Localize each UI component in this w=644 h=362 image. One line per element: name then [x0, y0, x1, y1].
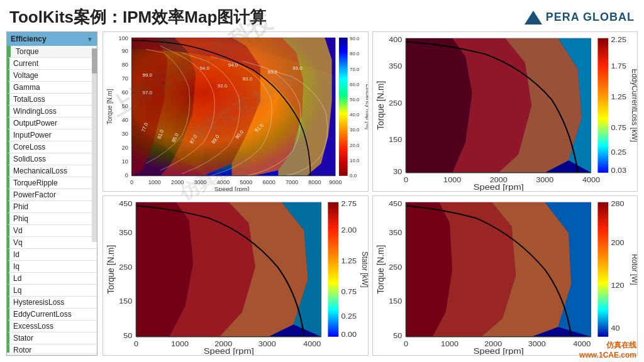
sidebar-item[interactable]: PowerFactor: [7, 189, 97, 201]
sidebar-item[interactable]: TotalLoss: [7, 94, 97, 106]
svg-text:2.75: 2.75: [341, 199, 357, 207]
svg-text:30: 30: [393, 167, 402, 175]
svg-text:60.0: 60.0: [350, 82, 360, 87]
svg-text:1.75: 1.75: [611, 62, 626, 70]
svg-text:Stator [kW]: Stator [kW]: [360, 251, 368, 288]
sidebar-scrollbar[interactable]: [92, 48, 97, 242]
svg-text:350: 350: [389, 229, 402, 237]
svg-text:250: 250: [119, 263, 132, 271]
sidebar-item[interactable]: Phiq: [7, 213, 97, 225]
svg-text:50.0: 50.0: [350, 97, 360, 102]
sidebar-item[interactable]: Lq: [7, 285, 97, 297]
logo-text: PERA GLOBAL: [546, 11, 635, 24]
svg-text:400: 400: [389, 35, 402, 43]
svg-text:Efficiency map [%]: Efficiency map [%]: [365, 84, 367, 129]
main-chart: 上海安世亚太科技: [103, 31, 369, 192]
svg-text:0: 0: [130, 179, 133, 185]
sidebar-scrollbar-thumb: [92, 48, 97, 74]
svg-text:30: 30: [122, 131, 128, 137]
svg-text:94.0: 94.0: [199, 66, 209, 72]
svg-text:1.25: 1.25: [611, 92, 626, 101]
svg-text:20.0: 20.0: [350, 143, 360, 148]
svg-text:10: 10: [122, 158, 128, 165]
svg-text:0: 0: [134, 340, 138, 348]
main-chart-svg: 77.0 81.0 85.0 87.0 89.0 90.0 91.0 92.0 …: [103, 32, 368, 191]
svg-text:0.25: 0.25: [341, 312, 357, 320]
svg-text:0: 0: [125, 172, 128, 178]
svg-text:Speed [rpm]: Speed [rpm]: [473, 182, 523, 191]
svg-text:20: 20: [122, 145, 128, 151]
sidebar-item[interactable]: Iq: [7, 261, 97, 273]
svg-text:90: 90: [122, 48, 128, 54]
svg-text:92.0: 92.0: [218, 83, 228, 89]
svg-text:80: 80: [122, 62, 128, 68]
content-area: Efficiency ▼ TorqueCurrentVoltageGammaTo…: [0, 31, 644, 359]
sidebar-item[interactable]: SolidLoss: [7, 153, 97, 165]
svg-text:120: 120: [611, 281, 624, 289]
sidebar-item[interactable]: Phid: [7, 201, 97, 213]
svg-text:350: 350: [119, 229, 132, 237]
chevron-down-icon: ▼: [87, 36, 93, 43]
sidebar-item[interactable]: Rotor: [7, 344, 97, 353]
sidebar-item[interactable]: HysteresisLoss: [7, 297, 97, 309]
sidebar-item[interactable]: WindingLoss: [7, 106, 97, 118]
eddy-current-svg: 0 1000 2000 3000 4000 Speed [rpm] 30 150…: [373, 32, 638, 191]
svg-text:7000: 7000: [286, 179, 298, 185]
svg-text:70.0: 70.0: [350, 67, 360, 72]
svg-text:93.0: 93.0: [267, 69, 277, 75]
sidebar-item[interactable]: TorqueRipple: [7, 177, 97, 189]
svg-rect-124: [597, 202, 608, 337]
svg-text:Speed [rpm]: Speed [rpm]: [214, 185, 250, 191]
svg-text:450: 450: [119, 199, 132, 207]
svg-text:4000: 4000: [217, 179, 230, 185]
sidebar-header[interactable]: Efficiency ▼: [7, 32, 97, 46]
sidebar-item[interactable]: EddyCurrentLoss: [7, 309, 97, 321]
logo: PERA GLOBAL: [525, 11, 635, 25]
svg-text:93.0: 93.0: [292, 66, 303, 72]
svg-text:90.0: 90.0: [350, 36, 360, 41]
svg-text:350: 350: [389, 62, 402, 70]
svg-text:250: 250: [389, 99, 402, 107]
sidebar: Efficiency ▼ TorqueCurrentVoltageGammaTo…: [6, 31, 97, 356]
sidebar-item[interactable]: Voltage: [7, 70, 97, 82]
sidebar-item[interactable]: Vq: [7, 237, 97, 249]
svg-text:1000: 1000: [171, 340, 189, 348]
stator-chart: 0 1000 2000 3000 4000 Speed [rpm] 50 150…: [103, 195, 369, 356]
sidebar-item[interactable]: Gamma: [7, 82, 97, 94]
footer-line2: www.1CAE.com: [579, 351, 636, 359]
sidebar-item[interactable]: MechanicalLoss: [7, 165, 97, 177]
svg-text:0.25: 0.25: [611, 148, 626, 156]
sidebar-list: TorqueCurrentVoltageGammaTotalLossWindin…: [7, 46, 97, 353]
sidebar-item[interactable]: CoreLoss: [7, 141, 97, 153]
svg-text:50: 50: [123, 331, 132, 339]
svg-text:250: 250: [389, 263, 402, 271]
sidebar-item[interactable]: Id: [7, 249, 97, 261]
svg-text:150: 150: [119, 297, 132, 305]
svg-text:1.25: 1.25: [341, 256, 357, 265]
svg-text:Torque [N.m]: Torque [N.m]: [105, 245, 116, 294]
sidebar-item[interactable]: Current: [7, 58, 97, 70]
svg-text:0.0: 0.0: [350, 173, 357, 178]
svg-text:70: 70: [122, 75, 128, 82]
svg-text:40: 40: [122, 117, 128, 123]
footer: 仿真在线 www.1CAE.com: [579, 340, 636, 359]
svg-text:Speed [rpm]: Speed [rpm]: [204, 346, 254, 355]
sidebar-item[interactable]: Torque: [7, 46, 97, 58]
svg-text:0.03: 0.03: [611, 166, 626, 174]
sidebar-item[interactable]: Ld: [7, 273, 97, 285]
svg-text:Torque [N.m]: Torque [N.m]: [375, 81, 386, 130]
svg-text:3000: 3000: [194, 179, 206, 185]
sidebar-item[interactable]: InputPower: [7, 129, 97, 141]
svg-text:8000: 8000: [308, 179, 321, 185]
svg-text:Speed [rpm]: Speed [rpm]: [473, 346, 523, 355]
sidebar-item[interactable]: Stator: [7, 332, 97, 344]
page-title: ToolKits案例：IPM效率Map图计算: [9, 6, 266, 28]
header: ToolKits案例：IPM效率Map图计算 PERA GLOBAL: [0, 0, 644, 31]
svg-text:50: 50: [122, 103, 128, 109]
stator-svg: 0 1000 2000 3000 4000 Speed [rpm] 50 150…: [103, 196, 368, 355]
sidebar-item[interactable]: ExcessLoss: [7, 321, 97, 332]
sidebar-item[interactable]: OutputPower: [7, 118, 97, 129]
sidebar-item[interactable]: Vd: [7, 225, 97, 237]
svg-text:94.0: 94.0: [228, 62, 238, 68]
svg-text:50: 50: [393, 331, 402, 339]
